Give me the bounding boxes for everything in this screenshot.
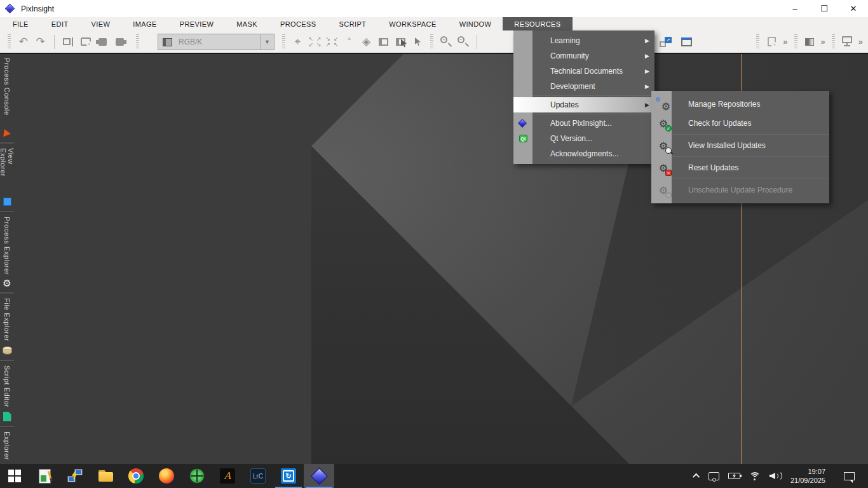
menu-item-community[interactable]: Community ▶ — [513, 48, 654, 64]
toolbar-grip[interactable] — [430, 34, 433, 50]
pointer-tool-icon[interactable] — [409, 34, 426, 50]
menubar-item-view[interactable]: VIEW — [80, 17, 122, 30]
restore-windows-icon[interactable]: ↗ — [657, 34, 674, 50]
minimize-button[interactable]: – — [780, 0, 810, 17]
new-instance-icon[interactable]: + — [763, 34, 780, 50]
dock-tab-label: File Explorer — [3, 294, 11, 344]
duplicate-image-left-icon[interactable] — [94, 34, 111, 50]
window-controls: – ☐ ✕ — [780, 0, 868, 17]
dock-tab-explorer[interactable]: Explorer — [0, 428, 14, 464]
close-button[interactable]: ✕ — [839, 0, 868, 17]
fit-window-icon[interactable] — [678, 34, 695, 50]
menubar-item-process[interactable]: PROCESS — [269, 17, 328, 30]
wifi-icon[interactable] — [745, 464, 765, 488]
zoom-in-icon[interactable]: + — [437, 34, 454, 50]
undo-icon[interactable]: ↶ — [15, 34, 32, 50]
volume-icon[interactable] — [765, 464, 785, 488]
menu-item-about-pixinsight[interactable]: About PixInsight... — [513, 116, 654, 131]
taskbar-app-phd2[interactable] — [182, 464, 212, 488]
start-button[interactable] — [0, 464, 29, 488]
toolbar-grip[interactable] — [8, 34, 11, 50]
taskbar-app-sync[interactable]: ↻ — [273, 464, 304, 488]
menu-item-updates[interactable]: Updates ▶ — [513, 97, 654, 112]
menu-item-view-installed-updates[interactable]: ⚙ View Installed Updates — [651, 136, 829, 155]
file-explorer-icon — [98, 470, 113, 482]
dock-tab-label: Process Console — [3, 54, 11, 126]
menubar-item-script[interactable]: SCRIPT — [328, 17, 378, 30]
toolbar-grip[interactable] — [136, 34, 139, 50]
shrink-to-fit-icon[interactable]: ↘↙ ↗↖ — [323, 34, 341, 50]
taskbar-clock[interactable]: 19:07 21/09/2025 — [785, 464, 831, 488]
menu-separator — [532, 114, 654, 114]
menu-item-reset-updates[interactable]: ⚙ × Reset Updates — [651, 158, 829, 177]
taskbar-app-notepad[interactable] — [29, 464, 60, 488]
dock-tab-script-editor[interactable]: Script Editor — [0, 362, 14, 425]
menubar-item-file[interactable]: FILE — [1, 17, 40, 30]
dock-separator — [0, 142, 14, 144]
toolbar: ↶ ↷ + RGB/K ▼ ⌖ — [0, 30, 868, 54]
menu-item-technical-documents[interactable]: Technical Documents ▶ — [513, 64, 654, 79]
menu-item-learning[interactable]: Learning ▶ — [513, 33, 654, 48]
taskbar-app-file-explorer[interactable] — [90, 464, 121, 488]
dock-tab-view-explorer[interactable]: View Explorer — [0, 144, 14, 210]
menu-item-acknowledgments[interactable]: Acknowledgments... — [513, 146, 654, 161]
menubar-item-mask[interactable]: MASK — [225, 17, 269, 30]
image-readout-icon[interactable] — [392, 34, 409, 50]
menu-item-manage-repositories[interactable]: ⚙⚙ Manage Repositories — [651, 95, 829, 114]
combobox-dropdown-icon[interactable]: ▼ — [260, 34, 274, 50]
track-view-icon[interactable]: ⌖ — [289, 34, 306, 50]
clock-date: 21/09/2025 — [790, 476, 825, 485]
toolbar-overflow-chevron[interactable]: » — [856, 37, 865, 46]
redo-icon[interactable]: ↷ — [32, 34, 49, 50]
menu-item-development[interactable]: Development ▶ — [513, 79, 654, 94]
zoom-to-fit-icon[interactable]: ↖↗ ↙↘ — [306, 34, 323, 50]
toolbar-grip[interactable] — [794, 34, 797, 50]
menubar-item-edit[interactable]: EDIT — [40, 17, 80, 30]
toolbar-grip[interactable] — [832, 34, 835, 50]
notepad-app-icon — [39, 469, 51, 484]
maximize-button[interactable]: ☐ — [810, 0, 839, 17]
taskbar-app-firefox[interactable] — [151, 464, 182, 488]
action-center-icon[interactable] — [839, 464, 859, 488]
taskbar-app-remote-desktop[interactable] — [60, 464, 90, 488]
process-explorer-icon: ⚙ — [3, 278, 11, 288]
dock-tab-process-explorer[interactable]: Process Explorer ⚙ — [0, 213, 14, 292]
image-mode-icon[interactable] — [375, 34, 392, 50]
phd2-guiding-icon — [189, 468, 205, 484]
toolbar-grip[interactable] — [282, 34, 285, 50]
menu-separator — [532, 95, 654, 96]
hidden-icons-chevron[interactable] — [690, 464, 704, 488]
dock-tab-process-console[interactable]: Process Console — [0, 54, 14, 142]
new-window-icon[interactable]: + — [77, 34, 94, 50]
menu-item-label: Acknowledgments... — [550, 149, 618, 158]
duplicate-image-right-icon[interactable] — [111, 34, 128, 50]
view-selector-combobox[interactable]: RGB/K ▼ — [158, 34, 275, 50]
taskbar-app-chrome[interactable] — [121, 464, 151, 488]
menubar-item-window[interactable]: WINDOW — [448, 17, 503, 30]
system-tray: 19:07 21/09/2025 — [690, 464, 868, 488]
menu-item-check-for-updates[interactable]: ⚙ ✓ Check for Updates — [651, 114, 829, 133]
battery-icon[interactable] — [724, 464, 745, 488]
mask-toolbar-icon[interactable] — [801, 34, 818, 50]
submenu-arrow-icon: ▶ — [645, 53, 649, 59]
dock-tab-file-explorer[interactable]: File Explorer — [0, 294, 14, 359]
menu-item-qt-version[interactable]: Qt Qt Version... — [513, 131, 654, 146]
toolbar-overflow-chevron[interactable]: » — [818, 37, 828, 46]
taskbar-app-pixinsight[interactable] — [304, 464, 334, 488]
pan-mode-icon[interactable]: ↔↕ — [341, 34, 358, 50]
zoom-out-icon[interactable]: − — [454, 34, 471, 50]
menu-item-label: Community — [550, 51, 589, 60]
rename-view-icon[interactable] — [60, 34, 77, 50]
process-console-icon — [3, 129, 11, 137]
menubar-item-image[interactable]: IMAGE — [121, 17, 168, 30]
taskbar-app-astro[interactable]: A — [212, 464, 243, 488]
center-view-icon[interactable]: ◈ — [358, 34, 375, 50]
menubar-item-workspace[interactable]: WORKSPACE — [377, 17, 447, 30]
menubar-item-resources[interactable]: RESOURCES — [503, 17, 572, 30]
display-toolbar-icon[interactable] — [839, 34, 856, 50]
toolbar-overflow-chevron[interactable]: » — [780, 37, 790, 46]
menubar-item-preview[interactable]: PREVIEW — [168, 17, 226, 30]
toolbar-grip[interactable] — [756, 34, 759, 50]
taskbar-app-lightroom[interactable]: LrC — [243, 464, 273, 488]
display-capture-icon[interactable] — [704, 464, 724, 488]
